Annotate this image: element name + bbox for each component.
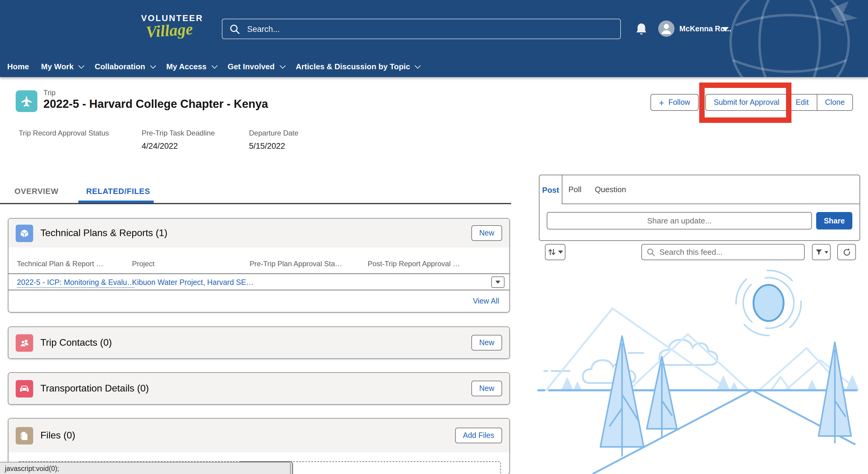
related-list-title: Trip Contacts (0) xyxy=(40,337,112,348)
share-button[interactable]: Share xyxy=(816,212,852,230)
related-list-title: Transportation Details (0) xyxy=(40,383,149,394)
clone-button[interactable]: Clone xyxy=(816,94,853,111)
feed-refresh-button[interactable] xyxy=(837,244,856,260)
filter-funnel-icon xyxy=(815,248,823,256)
primary-navigation: Home My Work Collaboration My Access Get… xyxy=(0,56,603,77)
page: VOLUNTEER Village McKenna Ro... Home My … xyxy=(0,0,868,474)
card-header: Technical Plans & Reports (1) New xyxy=(8,218,509,247)
nav-item-collaboration[interactable]: Collaboration xyxy=(95,62,154,71)
field-approval-status: Trip Record Approval Status xyxy=(19,129,109,141)
dropdown-caret-icon xyxy=(824,251,828,253)
related-list-trip-contacts: Trip Contacts (0) New xyxy=(8,327,510,359)
new-technical-plan-button[interactable]: New xyxy=(471,225,502,241)
search-icon xyxy=(230,24,240,34)
feed-search-input[interactable] xyxy=(659,247,786,257)
publisher-tab-poll[interactable]: Poll xyxy=(568,185,581,194)
table-row: 2022-5 - ICP: Monitoring & Evalu… Kibuon… xyxy=(8,274,509,290)
plus-icon: + xyxy=(659,97,664,107)
feed-filter-button[interactable] xyxy=(812,244,831,260)
record-type-label: Trip xyxy=(43,89,56,97)
logo-wordmark-script: Village xyxy=(146,21,204,39)
publisher-tab-strip: Poll Question xyxy=(562,175,860,204)
publisher-tab-post[interactable]: Post xyxy=(539,175,562,204)
record-action-group: Submit for Approval Edit Clone xyxy=(705,94,853,111)
related-list-title: Technical Plans & Reports (1) xyxy=(40,228,167,238)
view-all-link[interactable]: View All xyxy=(473,297,499,305)
refresh-icon xyxy=(842,248,851,256)
chevron-down-icon xyxy=(150,62,156,68)
technical-plan-link[interactable]: 2022-5 - ICP: Monitoring & Evalu… xyxy=(17,278,134,288)
related-list-transportation: Transportation Details (0) New xyxy=(8,372,510,405)
globe-illustration xyxy=(669,0,868,77)
trip-record-icon xyxy=(16,90,37,112)
global-search[interactable] xyxy=(222,19,621,39)
field-departure-date: Departure Date 5/15/2022 xyxy=(249,129,299,150)
brand-logo[interactable]: VOLUNTEER Village xyxy=(141,13,203,37)
column-header: Post-Trip Report Approval … xyxy=(368,260,470,268)
nav-item-my-access[interactable]: My Access xyxy=(166,62,216,71)
chevron-down-icon xyxy=(79,62,84,68)
card-footer: View All xyxy=(8,290,509,312)
chevron-down-icon xyxy=(415,62,421,68)
status-link-text: javascript:void(0); xyxy=(5,465,59,472)
tab-related-files[interactable]: RELATED/FILES xyxy=(86,187,150,196)
column-header: Technical Plan & Report … xyxy=(17,260,132,268)
sort-arrows-icon xyxy=(547,247,556,257)
submit-for-approval-button[interactable]: Submit for Approval xyxy=(705,94,788,111)
nav-item-articles[interactable]: Articles & Discussion by Topic xyxy=(296,62,419,71)
chevron-down-icon xyxy=(211,62,217,68)
user-avatar[interactable] xyxy=(658,21,675,37)
people-icon xyxy=(16,334,33,351)
share-row: Share xyxy=(539,204,860,230)
file-icon xyxy=(16,427,33,444)
table-header-row: Technical Plan & Report … Project Pre-Tr… xyxy=(8,247,509,274)
feed-publisher: Post Poll Question Share xyxy=(539,175,860,241)
tabset-baseline xyxy=(0,203,511,204)
card-header: Files (0) Add Files xyxy=(8,418,509,452)
dropdown-triangle-icon xyxy=(495,281,500,284)
card-header: Transportation Details (0) New xyxy=(8,373,509,404)
column-header: Pre-Trip Plan Approval Sta… xyxy=(250,260,368,268)
nav-item-home[interactable]: Home xyxy=(7,62,29,71)
browser-status-tooltip: javascript:void(0); xyxy=(0,462,290,474)
notification-bell-icon[interactable] xyxy=(635,22,648,36)
nav-item-get-involved[interactable]: Get Involved xyxy=(227,62,284,71)
edit-button[interactable]: Edit xyxy=(787,94,817,111)
nav-item-my-work[interactable]: My Work xyxy=(41,62,83,71)
add-files-button[interactable]: Add Files xyxy=(455,428,502,443)
row-actions-dropdown-button[interactable] xyxy=(491,276,504,288)
new-transportation-button[interactable]: New xyxy=(471,381,502,396)
global-search-input[interactable] xyxy=(247,24,585,33)
plane-icon xyxy=(20,95,33,108)
car-icon xyxy=(16,380,33,397)
feed-sort-button[interactable] xyxy=(545,244,565,260)
field-pretrip-deadline: Pre-Trip Task Deadline 4/24/2022 xyxy=(142,129,215,150)
tab-overview[interactable]: OVERVIEW xyxy=(14,187,59,196)
record-title: 2022-5 - Harvard College Chapter - Kenya xyxy=(43,98,268,111)
project-link[interactable]: Kibuon Water Project, Harvard SE… xyxy=(132,278,253,287)
new-trip-contact-button[interactable]: New xyxy=(471,335,502,350)
active-tab-underline xyxy=(79,201,154,203)
cube-icon xyxy=(16,224,33,242)
publisher-tabs: Post Poll Question xyxy=(539,175,860,204)
dropdown-caret-icon xyxy=(558,250,563,253)
publisher-tab-question[interactable]: Question xyxy=(595,185,626,194)
share-update-input[interactable] xyxy=(547,212,812,230)
chevron-down-icon xyxy=(279,62,285,68)
follow-button[interactable]: + Follow xyxy=(650,94,699,111)
related-list-technical-plans: Technical Plans & Reports (1) New Techni… xyxy=(8,218,510,313)
search-icon xyxy=(647,248,655,256)
user-menu-caret-icon[interactable] xyxy=(721,27,729,31)
related-list-title: Files (0) xyxy=(40,430,75,441)
card-header: Trip Contacts (0) New xyxy=(8,327,509,358)
column-header: Project xyxy=(132,260,250,268)
empty-feed-illustration xyxy=(537,265,864,474)
feed-search[interactable] xyxy=(641,244,805,260)
